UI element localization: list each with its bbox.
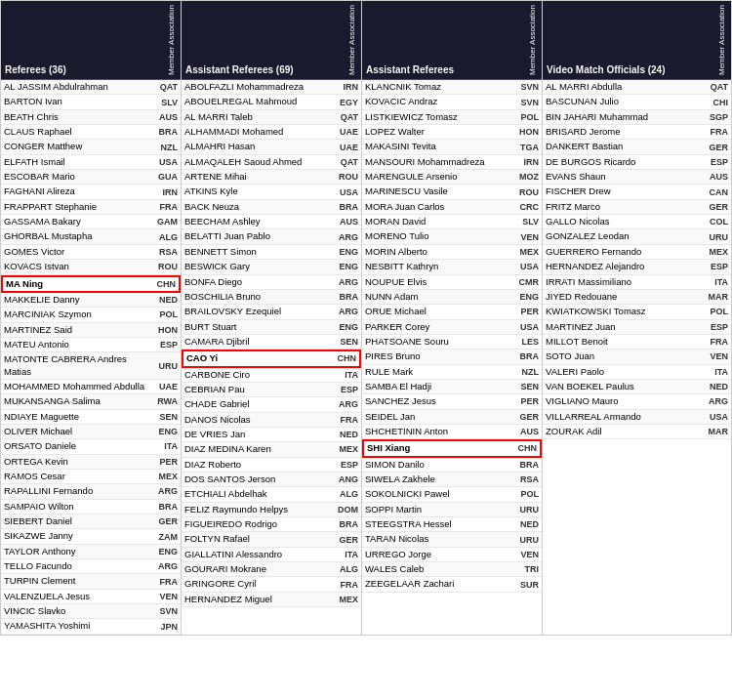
row-code: BRA	[511, 460, 539, 470]
row-name: MARENGULE Arsenio	[365, 171, 511, 183]
table-row: SOKOLNICKI PawelPOL	[362, 487, 542, 502]
row-code: ESP	[701, 262, 728, 271]
row-code: AUS	[150, 112, 178, 122]
row-code: USA	[331, 187, 358, 197]
column-assoc: Member Association	[348, 5, 357, 75]
table-row: DANOS NicolasFRA	[182, 413, 361, 428]
row-code: CAN	[701, 187, 728, 197]
row-name: MORA Juan Carlos	[365, 201, 511, 213]
table-row: NDIAYE MaguetteSEN	[1, 410, 181, 425]
table-row: DE BURGOS RicardoESP	[543, 155, 731, 170]
row-code: NED	[511, 519, 539, 529]
row-code: RSA	[150, 247, 178, 257]
row-code: SEN	[511, 382, 539, 391]
table-row: SIKAZWE JannyZAM	[1, 529, 181, 544]
row-name: EVANS Shaun	[546, 171, 701, 183]
row-name: SIEBERT Daniel	[4, 515, 150, 527]
row-name: SIMON Danilo	[365, 459, 511, 471]
table-row: DANKERT BastianGER	[543, 140, 731, 154]
table-row: ALHAMMADI MohamedUAE	[182, 125, 361, 140]
row-code: ESP	[701, 157, 728, 167]
table-row: TAYLOR AnthonyENG	[1, 545, 181, 559]
row-code: PER	[511, 307, 539, 316]
row-code: NED	[150, 295, 178, 305]
row-name: URREGO Jorge	[365, 549, 511, 560]
row-code: GER	[331, 535, 358, 545]
table-row: LOPEZ WalterHON	[362, 125, 542, 140]
row-name: FAGHANI Alireza	[4, 185, 150, 197]
row-name: ZEEGELAAR Zachari	[365, 578, 511, 590]
row-code: ENG	[150, 427, 178, 436]
table-row: FRAPPART StephanieFRA	[1, 200, 181, 215]
row-name: CONGER Matthew	[4, 141, 150, 152]
column-assoc: Member Association	[168, 5, 177, 75]
row-code: ROU	[511, 187, 539, 197]
table-row: SHCHETININ AntonAUS	[362, 425, 542, 439]
row-code: AUS	[331, 217, 358, 226]
row-name: BARTON Ivan	[4, 96, 150, 107]
table-row: ATKINS KyleUSA	[182, 185, 361, 199]
table-row: SAMBA El HadjiSEN	[362, 380, 542, 394]
row-name: MARTINEZ Said	[4, 324, 150, 336]
row-name: MORAN David	[365, 216, 511, 227]
row-code: CRC	[511, 202, 539, 212]
column-assistant-referees-1: Assistant Referees (69)Member Associatio…	[182, 1, 362, 635]
table-row: GONZALEZ LeodanURU	[543, 229, 731, 244]
row-code: USA	[511, 262, 539, 271]
row-name: SOPPI Martin	[365, 504, 511, 515]
row-code: HON	[511, 127, 539, 137]
row-code: VEN	[701, 351, 728, 361]
row-code: MEX	[701, 247, 728, 257]
row-code: EGY	[331, 98, 358, 107]
column-assoc: Member Association	[718, 5, 727, 75]
row-name: ELFATH Ismail	[4, 156, 150, 168]
row-code: NED	[701, 382, 728, 391]
main-table: Referees (36)Member AssociationAL JASSIM…	[0, 0, 732, 636]
row-name: SOKOLNICKI Pawel	[365, 488, 511, 500]
table-row: ELFATH IsmailUSA	[1, 155, 181, 170]
table-row: MORAN DavidSLV	[362, 215, 542, 229]
table-row: FELIZ Raymundo HelpysDOM	[182, 503, 361, 517]
row-code: ARG	[150, 486, 178, 496]
row-name: NESBITT Kathryn	[365, 261, 511, 272]
table-row: GOMES VictorRSA	[1, 245, 181, 260]
row-code: ANG	[331, 474, 358, 484]
table-row: TURPIN ClementFRA	[1, 574, 181, 589]
row-name: AL JASSIM Abdulrahman	[4, 81, 150, 93]
row-name: FISCHER Drew	[546, 185, 701, 197]
row-name: MANSOURI Mohammadreza	[365, 156, 511, 168]
row-name: DIAZ MEDINA Karen	[184, 443, 331, 455]
row-name: GOMES Victor	[4, 246, 150, 258]
row-name: DE BURGOS Ricardo	[546, 156, 701, 168]
row-code: NZL	[150, 143, 178, 152]
table-row: FOLTYN RafaelGER	[182, 532, 361, 547]
row-code: URU	[150, 361, 178, 371]
table-row: BOSCHILIA BrunoBRA	[182, 290, 361, 305]
table-row: CHADE GabrielARG	[182, 397, 361, 412]
row-code: GAM	[150, 217, 178, 226]
row-code: ESP	[701, 322, 728, 332]
column-title: Assistant Referees (69)	[185, 64, 346, 75]
table-row: ABOLFAZLI MohammadrezaIRN	[182, 80, 361, 95]
row-code: RSA	[511, 474, 539, 484]
table-row: CAMARA DjibrilSEN	[182, 335, 361, 350]
row-name: DANOS Nicolas	[184, 414, 331, 426]
row-name: VALERI Paolo	[546, 366, 701, 378]
table-row: FAGHANI AlirezaIRN	[1, 185, 181, 199]
table-row: MAKASINI TevitaTGA	[362, 140, 542, 154]
table-row: SAMPAIO WiltonBRA	[1, 500, 181, 515]
row-code: SEN	[331, 337, 358, 347]
row-code: QAT	[331, 112, 358, 122]
column-referees: Referees (36)Member AssociationAL JASSIM…	[1, 1, 182, 635]
row-name: DANKERT Bastian	[546, 141, 701, 152]
row-name: MILLOT Benoit	[546, 336, 701, 348]
row-code: FRA	[150, 202, 178, 212]
row-name: BESWICK Gary	[184, 261, 331, 272]
table-row: MORENO TulioVEN	[362, 229, 542, 244]
row-code: UAE	[150, 382, 178, 391]
row-name: NOUPUE Elvis	[365, 276, 511, 288]
table-row: TELLO FacundoARG	[1, 559, 181, 574]
table-row: BURT StuartENG	[182, 320, 361, 335]
table-row: CLAUS RaphaelBRA	[1, 125, 181, 140]
row-code: BRA	[150, 502, 178, 512]
